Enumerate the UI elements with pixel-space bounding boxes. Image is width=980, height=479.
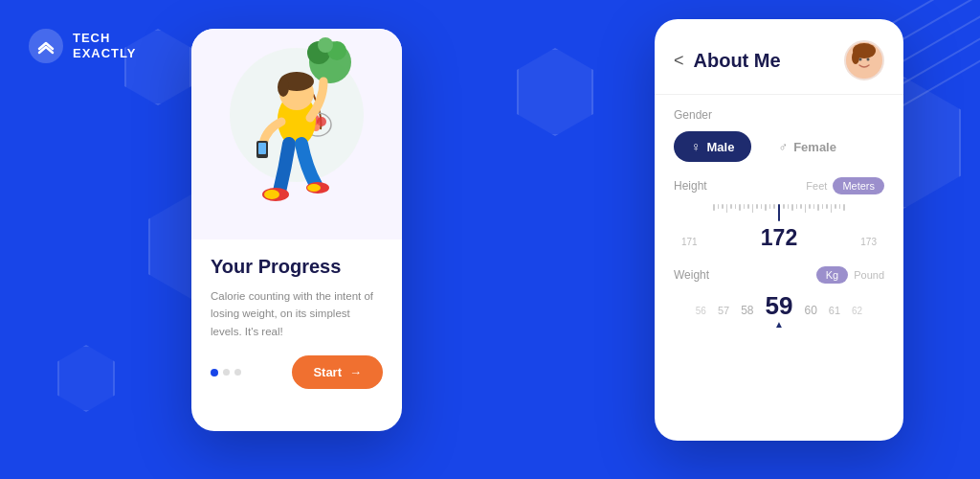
dot-2	[223, 369, 230, 376]
weight-header: Weight Kg Pound	[674, 266, 884, 284]
walking-person-svg	[211, 34, 383, 240]
meters-button[interactable]: Meters	[833, 177, 884, 194]
svg-rect-18	[258, 143, 266, 154]
height-172-active: 172	[761, 225, 797, 251]
tick	[817, 204, 819, 211]
svg-point-22	[859, 58, 862, 61]
phone-2-body: Gender ♀ Male ♂ Female Height Feet Meter…	[655, 95, 903, 343]
tick	[822, 204, 824, 209]
tick	[735, 204, 737, 209]
tick	[773, 204, 775, 209]
weight-62: 62	[852, 306, 862, 316]
gender-female-button[interactable]: ♂ Female	[761, 131, 854, 162]
tick	[756, 204, 758, 209]
tick	[761, 204, 763, 209]
header-left: < About Me	[674, 50, 781, 72]
height-ruler: 171 172 173	[674, 202, 884, 253]
gender-label: Gender	[674, 108, 884, 122]
avatar-svg	[846, 42, 882, 79]
height-header: Height Feet Meters	[674, 177, 884, 194]
tick	[718, 204, 720, 209]
height-171: 171	[681, 237, 698, 247]
start-button[interactable]: Start →	[292, 355, 383, 389]
tick	[726, 204, 728, 213]
user-avatar	[844, 40, 884, 80]
svg-point-21	[852, 51, 859, 64]
tick	[809, 204, 811, 209]
svg-point-16	[307, 184, 321, 192]
tick-active	[778, 204, 781, 221]
tick	[831, 204, 833, 213]
svg-point-12	[278, 78, 289, 97]
weight-61: 61	[829, 305, 840, 316]
tick	[730, 204, 732, 209]
phone-progress-card: Your Progress Calorie counting with the …	[191, 29, 402, 431]
phone-1-footer: Start →	[211, 355, 383, 389]
tick	[744, 204, 746, 209]
tick	[783, 204, 785, 209]
progress-subtitle: Calorie counting with the intent of losi…	[211, 287, 383, 340]
brand-name: TECH Exactly	[73, 31, 136, 60]
svg-point-15	[264, 190, 279, 199]
phone-about-card: < About Me Gender ♀ Male	[655, 19, 903, 441]
tick	[752, 204, 754, 213]
bg-hex-3	[517, 48, 593, 136]
weight-60: 60	[804, 304, 816, 317]
arrow-icon: →	[349, 365, 362, 379]
phone-1-content: Your Progress Calorie counting with the …	[191, 240, 402, 408]
page-title: About Me	[694, 50, 781, 72]
weight-56: 56	[696, 306, 706, 316]
weight-arrow: ▲	[766, 319, 793, 330]
tick	[805, 204, 807, 213]
tick	[713, 204, 715, 211]
weight-58: 58	[741, 304, 753, 317]
logo-area: TECH Exactly	[29, 29, 136, 63]
ruler-ticks	[674, 202, 884, 223]
height-section: Height Feet Meters	[674, 177, 884, 253]
weight-numbers: 56 57 58 59 ▲ 60 61 62	[674, 291, 884, 330]
tick	[788, 204, 790, 209]
tick	[765, 204, 767, 211]
svg-point-23	[867, 58, 870, 61]
bg-hex-7	[57, 345, 115, 412]
female-label: Female	[793, 140, 836, 154]
height-numbers: 171 172 173	[674, 223, 884, 253]
dot-1	[211, 369, 218, 376]
tick	[739, 204, 741, 211]
pagination-dots	[211, 369, 241, 376]
logo-icon	[29, 29, 63, 63]
dot-3	[234, 369, 241, 376]
svg-point-4	[318, 37, 333, 53]
tick	[769, 204, 771, 209]
tick	[826, 204, 828, 209]
female-symbol-icon: ♀	[691, 139, 702, 154]
height-173: 173	[860, 237, 877, 247]
weight-label: Weight	[674, 268, 709, 282]
phone-2-header: < About Me	[655, 19, 903, 95]
tick	[843, 204, 845, 211]
pound-label: Pound	[854, 269, 884, 281]
tick	[839, 204, 841, 209]
tick	[835, 204, 836, 209]
gender-male-button[interactable]: ♀ Male	[674, 131, 751, 162]
weight-59-active: 59	[766, 291, 793, 320]
logo-chevrons-icon	[35, 35, 56, 57]
weight-unit-toggle: Kg Pound	[816, 266, 884, 284]
kg-button[interactable]: Kg	[816, 266, 848, 284]
gender-row: ♀ Male ♂ Female	[674, 131, 884, 162]
male-symbol-icon: ♂	[778, 140, 788, 154]
tick	[796, 204, 798, 209]
feet-label: Feet	[806, 180, 827, 192]
height-unit-toggle: Feet Meters	[806, 177, 884, 194]
back-button[interactable]: <	[674, 51, 684, 71]
male-label: Male	[707, 140, 735, 154]
tick	[722, 204, 724, 209]
tick	[747, 204, 749, 209]
height-label: Height	[674, 179, 707, 193]
weight-section: Weight Kg Pound 56 57 58 59	[674, 266, 884, 330]
tick	[791, 204, 793, 211]
progress-title: Your Progress	[211, 255, 383, 278]
tick	[800, 204, 802, 209]
weight-57: 57	[718, 305, 729, 316]
tick	[813, 204, 815, 209]
